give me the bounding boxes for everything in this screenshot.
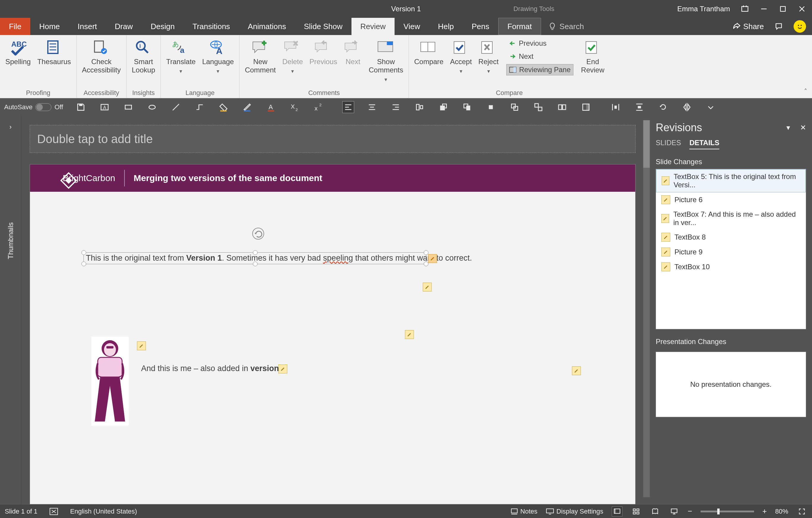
tab-insert[interactable]: Insert: [69, 18, 106, 35]
revisions-tab-details[interactable]: DETAILS: [689, 139, 719, 149]
align-center-icon[interactable]: [366, 101, 378, 113]
close-icon[interactable]: [798, 5, 806, 13]
fit-to-window-icon[interactable]: [796, 507, 807, 517]
end-review-button[interactable]: End Review: [579, 37, 606, 75]
paragraph-1[interactable]: This is the original text from Version 1…: [86, 253, 472, 263]
bring-forward-icon[interactable]: [437, 101, 449, 113]
revision-marker-4[interactable]: [137, 341, 146, 350]
tab-review[interactable]: Review: [351, 18, 395, 35]
notes-button[interactable]: Notes: [511, 508, 537, 515]
send-backward-icon[interactable]: [461, 101, 473, 113]
reviewing-pane-button[interactable]: Reviewing Pane: [506, 64, 573, 75]
slide-counter[interactable]: Slide 1 of 1: [5, 508, 37, 515]
next-change-button[interactable]: Next: [506, 51, 573, 62]
revision-marker-3[interactable]: [405, 330, 414, 339]
language-button[interactable]: A Language ▾: [200, 37, 236, 77]
ungroup-icon[interactable]: [556, 101, 568, 113]
rotate-icon[interactable]: [657, 101, 669, 113]
tab-view[interactable]: View: [395, 18, 429, 35]
tab-draw[interactable]: Draw: [106, 18, 142, 35]
check-accessibility-button[interactable]: Check Accessibility: [80, 37, 123, 75]
next-comment-button[interactable]: Next: [342, 37, 364, 67]
thesaurus-button[interactable]: Thesaurus: [35, 37, 72, 67]
slideshow-view-icon[interactable]: [669, 507, 679, 517]
save-icon[interactable]: [75, 101, 87, 113]
rectangle-shape-icon[interactable]: [122, 101, 134, 113]
slide-change-item[interactable]: TextBox 5: This is the original text fro…: [656, 169, 806, 192]
compare-button[interactable]: Compare: [412, 37, 445, 67]
subscript-icon[interactable]: X2: [289, 101, 301, 113]
tab-help[interactable]: Help: [429, 18, 463, 35]
selection-pane-icon[interactable]: [580, 101, 592, 113]
comments-pane-icon[interactable]: [775, 22, 783, 31]
distribute-horizontal-icon[interactable]: [610, 101, 621, 113]
tell-me-search[interactable]: Search: [541, 18, 591, 35]
line-shape-icon[interactable]: [170, 101, 182, 113]
expand-thumbnails-icon[interactable]: ›: [9, 123, 11, 131]
display-settings-button[interactable]: Display Settings: [546, 508, 603, 515]
autosave-toggle[interactable]: AutoSave Off: [4, 103, 63, 111]
share-button[interactable]: Share: [732, 22, 764, 31]
flip-horizontal-icon[interactable]: [681, 101, 693, 113]
previous-change-button[interactable]: Previous: [506, 38, 573, 49]
new-comment-button[interactable]: New Comment: [243, 37, 278, 75]
collapse-ribbon-icon[interactable]: ˄: [804, 88, 807, 96]
feedback-smiley-icon[interactable]: [793, 20, 806, 33]
align-objects-icon[interactable]: [413, 101, 426, 113]
minimize-icon[interactable]: [760, 5, 768, 13]
slide-change-item[interactable]: TextBox 10: [656, 260, 806, 274]
normal-view-icon[interactable]: [612, 507, 622, 517]
zoom-in-icon[interactable]: +: [762, 507, 767, 516]
oval-shape-icon[interactable]: [146, 101, 158, 113]
zoom-level[interactable]: 80%: [775, 508, 788, 515]
language-status[interactable]: English (United States): [70, 508, 137, 515]
group-icon[interactable]: [532, 101, 544, 113]
zoom-out-icon[interactable]: −: [688, 507, 692, 516]
tab-animations[interactable]: Animations: [239, 18, 295, 35]
tab-pens[interactable]: Pens: [463, 18, 498, 35]
thumbnails-rail[interactable]: › Thumbnails: [0, 116, 21, 505]
reject-button[interactable]: Reject▾: [476, 37, 500, 77]
connector-shape-icon[interactable]: [194, 101, 206, 113]
tab-transitions[interactable]: Transitions: [184, 18, 239, 35]
slide-sorter-view-icon[interactable]: [631, 507, 641, 517]
slide-change-item[interactable]: TextBox 7: And this is me – also added i…: [656, 207, 806, 230]
revisions-options-icon[interactable]: ▾: [786, 123, 790, 132]
close-pane-icon[interactable]: ✕: [800, 123, 806, 132]
slide-change-item[interactable]: Picture 9: [656, 245, 806, 260]
tab-design[interactable]: Design: [142, 18, 184, 35]
paragraph-2[interactable]: And this is me – also added in version 1: [141, 364, 286, 373]
translate-button[interactable]: あa Translate ▾: [164, 37, 197, 77]
tab-slideshow[interactable]: Slide Show: [295, 18, 351, 35]
revision-marker-6[interactable]: [572, 366, 581, 375]
smart-lookup-button[interactable]: i Smart Lookup: [130, 37, 157, 75]
accept-button[interactable]: Accept▾: [448, 37, 473, 77]
more-commands-icon[interactable]: [705, 101, 717, 113]
canvas-scrollbar[interactable]: [643, 120, 650, 497]
superscript-icon[interactable]: x2: [313, 101, 324, 113]
maximize-icon[interactable]: [779, 5, 787, 13]
shape-outline-icon[interactable]: [241, 101, 253, 113]
bring-front-icon[interactable]: [485, 101, 497, 113]
font-color-icon[interactable]: A: [265, 101, 277, 113]
revision-marker-5[interactable]: [279, 365, 287, 373]
delete-comment-button[interactable]: Delete▾: [281, 37, 304, 77]
revision-marker-1[interactable]: [428, 254, 437, 263]
title-placeholder[interactable]: Double tap to add title: [30, 125, 636, 153]
revisions-tab-slides[interactable]: SLIDES: [656, 139, 681, 149]
previous-comment-button[interactable]: Previous: [308, 37, 339, 67]
send-back-icon[interactable]: [509, 101, 521, 113]
zoom-slider[interactable]: [701, 511, 754, 512]
align-left-icon[interactable]: [342, 101, 354, 113]
ribbon-display-options-icon[interactable]: [741, 5, 749, 13]
reading-view-icon[interactable]: [650, 507, 661, 517]
slide-change-item[interactable]: TextBox 8: [656, 230, 806, 245]
distribute-vertical-icon[interactable]: [633, 101, 645, 113]
tab-format[interactable]: Format: [498, 18, 541, 35]
slide-change-item[interactable]: Picture 6: [656, 192, 806, 207]
tab-home[interactable]: Home: [30, 18, 69, 35]
tab-file[interactable]: File: [0, 18, 30, 35]
person-illustration[interactable]: [91, 337, 129, 426]
align-right-icon[interactable]: [390, 101, 402, 113]
textbox-icon[interactable]: A: [99, 101, 111, 113]
